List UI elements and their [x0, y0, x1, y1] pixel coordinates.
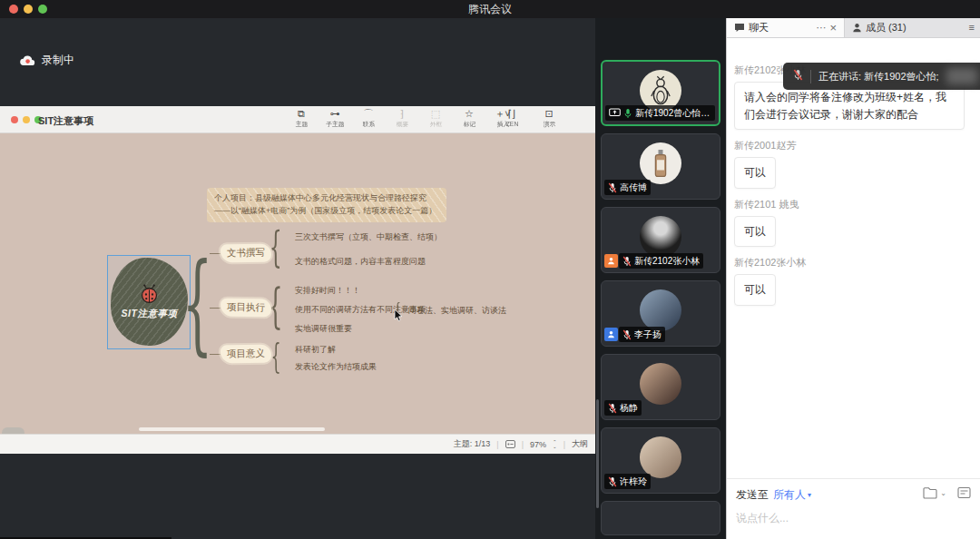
- zoom-window-button[interactable]: [38, 5, 47, 14]
- close-icon[interactable]: ×: [829, 21, 837, 34]
- message-sender: 新传2101 姚曳: [734, 198, 973, 211]
- strip-scrollbar[interactable]: [596, 399, 599, 508]
- participant-tile[interactable]: 许梓玲: [601, 427, 720, 494]
- mic-muted-icon: [622, 329, 632, 340]
- branch-node-3[interactable]: 项目意义: [220, 345, 271, 364]
- tab-members-label: 成员 (31): [866, 21, 906, 34]
- zoom-level[interactable]: 97%: [530, 440, 546, 449]
- chat-input[interactable]: [736, 512, 971, 524]
- participant-name-chip: 新传2102张小林: [619, 253, 703, 269]
- toolbar-glyph-icon: ⊶: [330, 108, 340, 120]
- menu-icon[interactable]: ≡: [969, 22, 975, 33]
- topic-counter: 主题: 1/13: [454, 438, 491, 450]
- tab-chat-label: 聊天: [749, 21, 769, 34]
- participant-tile[interactable]: 李子扬: [601, 280, 720, 347]
- toolbar-button-演示[interactable]: ⊡ 演示: [536, 108, 562, 129]
- mindmap-note-node[interactable]: 个人项目：县级融媒体中心多元化经营现状与合理路径探究——以“融媒体+电商”为例（…: [207, 188, 446, 222]
- mindmap-root-node[interactable]: SIT注意事项: [111, 258, 188, 346]
- screen-share-icon: [609, 108, 621, 118]
- mm-minimize-button[interactable]: [23, 116, 30, 123]
- close-window-button[interactable]: [9, 5, 18, 14]
- chevron-down-icon: ⌄: [940, 489, 946, 497]
- toolbar-button-联系[interactable]: ⌒ 联系: [356, 108, 381, 129]
- branch-node-1[interactable]: 文书撰写: [220, 244, 271, 263]
- file-button[interactable]: ⌄: [923, 486, 946, 499]
- meeting-window: 腾讯会议 录制中 SIT注意事项 ⧉ 主题⊶: [0, 0, 980, 539]
- map-mode-icon[interactable]: [505, 440, 515, 448]
- participant-name: 许梓玲: [620, 475, 647, 488]
- send-to-selector[interactable]: 所有人: [773, 487, 806, 503]
- participant-name: 李子扬: [634, 328, 662, 341]
- tile-label-row: 新传1902曾心怡的屏幕共享: [605, 105, 715, 121]
- root-node-label: SIT注意事项: [122, 308, 178, 320]
- participant-tile[interactable]: 杨静: [601, 354, 720, 420]
- toolbar-glyph-icon: ⌈⌋: [508, 108, 516, 120]
- participant-tile[interactable]: 高传博: [601, 133, 720, 200]
- child-node[interactable]: 实地调研很重要: [295, 323, 352, 335]
- grandchild-node[interactable]: 问卷法、实地调研、访谈法: [408, 305, 506, 317]
- zoom-stepper[interactable]: ⌃⌄: [553, 440, 557, 448]
- more-icon[interactable]: ⋯: [816, 22, 826, 34]
- title-bar: 腾讯会议: [0, 0, 980, 18]
- participant-name: 新传1902曾心怡的屏幕共享: [635, 107, 711, 120]
- toolbar-button-子主题[interactable]: ⊶ 子主题: [322, 108, 348, 129]
- toolbar-glyph-icon: ⊡: [544, 108, 553, 120]
- branch1-brace: {: [269, 226, 283, 268]
- person-badge-icon: [607, 257, 615, 265]
- announcement-icon[interactable]: [957, 486, 971, 499]
- toolbar-glyph-icon: ⌒: [364, 108, 374, 120]
- tile-label-row: 新传2102张小林: [604, 253, 703, 269]
- tile-label-row: 李子扬: [604, 327, 665, 342]
- avatar: [640, 436, 681, 478]
- toolbar-button-标记[interactable]: ☆ 标记: [456, 108, 482, 129]
- toolbar-glyph-icon: ⧉: [298, 108, 305, 120]
- blue-person-badge: [604, 328, 618, 341]
- chat-message-list[interactable]: 正在讲话: 新传1902曾心怡; 新传2102张小林请入会的同学将备注修改为班级…: [727, 38, 980, 478]
- app-title: 腾讯会议: [0, 2, 980, 17]
- child-node[interactable]: 使用不同的调研方法有不同注意事项: [295, 304, 426, 316]
- chat-footer: 发送至 所有人 ▾ ⌄: [727, 478, 980, 539]
- recording-label: 录制中: [42, 53, 74, 68]
- tab-members[interactable]: 成员 (31): [845, 18, 980, 37]
- tab-chat[interactable]: 聊天 ⋯ ×: [727, 18, 845, 37]
- person-badge-icon: [607, 330, 615, 338]
- child-node[interactable]: 安排好时间！！！: [295, 285, 360, 297]
- participant-name-chip: 杨静: [604, 400, 642, 416]
- mic-muted-icon: [608, 403, 617, 414]
- child-node[interactable]: 发表论文作为结项成果: [295, 361, 377, 373]
- toolbar-button-主题[interactable]: ⧉ 主题: [289, 108, 314, 129]
- outline-toggle[interactable]: 大纲: [572, 438, 588, 450]
- mic-muted-icon: [608, 182, 617, 193]
- mindmap-canvas[interactable]: 个人项目：县级融媒体中心多元化经营现状与合理路径探究——以“融媒体+电商”为例（…: [0, 133, 595, 434]
- child-node[interactable]: 三次文书撰写（立项、中期检查、结项）: [295, 231, 442, 243]
- child-node[interactable]: 科研初了解: [295, 344, 336, 356]
- participant-name: 新传2102张小林: [634, 255, 700, 268]
- toolbar-button-ZEN[interactable]: ⌈⌋ ZEN: [499, 108, 524, 129]
- avatar: [640, 216, 681, 258]
- connector-line: [210, 308, 220, 309]
- toolbar-glyph-icon: ☆: [465, 108, 474, 120]
- toolbar-button-外框: ⬚ 外框: [423, 108, 448, 129]
- penguin-doodle: [647, 75, 674, 106]
- message-bubble: 可以: [734, 157, 776, 189]
- branch-node-2[interactable]: 项目执行: [220, 299, 271, 318]
- minimize-window-button[interactable]: [24, 5, 33, 14]
- avatar: [640, 363, 681, 405]
- speaking-tooltip: 正在讲话: 新传1902曾心怡;: [783, 63, 980, 90]
- chat-panel: 聊天 ⋯ × 成员 (31) ≡ 正在讲话: 新传1902曾心怡;: [726, 18, 980, 539]
- participant-name-chip: 新传1902曾心怡的屏幕共享: [605, 105, 715, 121]
- participant-tile[interactable]: 新传2102张小林: [601, 207, 720, 273]
- censored-name: [946, 68, 977, 84]
- mic-on-icon: [623, 108, 632, 119]
- participant-tile[interactable]: [601, 501, 720, 535]
- folder-icon: [923, 486, 938, 499]
- participant-name: 高传博: [620, 181, 647, 194]
- mindmap-status-bar: 主题: 1/13 | | 97% ⌃⌄ | 大纲: [0, 434, 595, 454]
- child-node[interactable]: 文书的格式问题，内容丰富程度问题: [295, 256, 426, 268]
- chevron-down-icon[interactable]: ▾: [808, 491, 811, 499]
- mic-muted-icon: [608, 476, 617, 487]
- mm-close-button[interactable]: [11, 116, 18, 123]
- horizontal-scrollbar[interactable]: [139, 427, 325, 431]
- participant-strip: 新传1902曾心怡的屏幕共享 高传博 新传2102张小林 李子扬 杨静 许梓玲: [595, 18, 726, 539]
- participant-tile[interactable]: 新传1902曾心怡的屏幕共享: [601, 60, 720, 126]
